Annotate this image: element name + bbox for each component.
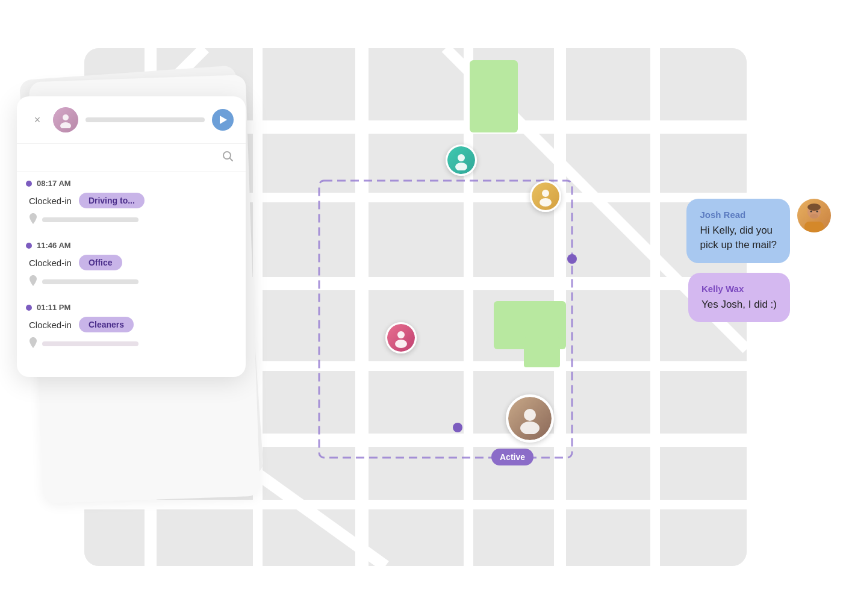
- user-avatar: [53, 107, 78, 132]
- clock-row-1: Clocked-in Driving to...: [29, 193, 234, 208]
- pin-icon-1: [29, 213, 37, 226]
- timeline-entry-1: 08:17 AM Clocked-in Driving to...: [29, 179, 234, 226]
- svg-point-20: [453, 423, 462, 432]
- clock-row-2: Clocked-in Office: [29, 255, 234, 270]
- time-label-2: 11:46 AM: [29, 241, 234, 250]
- active-badge: Active: [491, 449, 533, 465]
- bubble-josh: Josh Read Hi Kelly, did you pick up the …: [686, 199, 790, 263]
- timeline-entry-2: 11:46 AM Clocked-in Office: [29, 241, 234, 288]
- svg-point-21: [458, 154, 465, 161]
- svg-rect-5: [84, 500, 747, 509]
- map-avatar-3: [385, 322, 417, 353]
- map-avatar-2: [530, 181, 561, 212]
- chip-1: Driving to...: [79, 193, 145, 208]
- pin-icon-3: [29, 337, 37, 350]
- location-bar-2: [42, 279, 138, 284]
- svg-rect-15: [470, 60, 518, 132]
- svg-point-30: [60, 122, 71, 128]
- svg-point-25: [397, 331, 405, 338]
- location-bar-row-3: [29, 337, 234, 350]
- time-label-3: 01:11 PM: [29, 303, 234, 312]
- clock-row-3: Clocked-in Cleaners: [29, 317, 234, 332]
- chat-avatar-josh: [797, 199, 831, 232]
- time-dot-1: [26, 181, 32, 187]
- chat-row-kelly: Kelly Wax Yes Josh, I did :): [688, 273, 790, 323]
- svg-point-28: [520, 422, 540, 434]
- timeline: 08:17 AM Clocked-in Driving to... 11:46 …: [17, 172, 246, 377]
- map-avatar-1: [446, 145, 477, 176]
- chat-row-josh: Josh Read Hi Kelly, did you pick up the …: [686, 199, 831, 263]
- svg-point-38: [810, 214, 818, 219]
- play-icon: [220, 116, 227, 124]
- pin-icon-2: [29, 275, 37, 288]
- svg-point-22: [455, 163, 467, 170]
- timeline-entry-3: 01:11 PM Clocked-in Cleaners: [29, 303, 234, 350]
- location-bar-row-1: [29, 213, 234, 226]
- search-row: [17, 144, 246, 172]
- user-name-bar: [86, 117, 205, 122]
- location-bar-row-2: [29, 275, 234, 288]
- svg-point-34: [807, 204, 821, 211]
- svg-point-24: [540, 198, 552, 207]
- svg-point-23: [542, 190, 549, 197]
- location-bar-3: [42, 341, 138, 346]
- svg-point-29: [63, 114, 69, 120]
- location-bar-1: [42, 217, 138, 222]
- time-label-1: 08:17 AM: [29, 179, 234, 188]
- bubble-sender-josh: Josh Read: [700, 210, 777, 220]
- svg-rect-11: [650, 48, 660, 566]
- time-dot-2: [26, 243, 32, 249]
- svg-point-37: [817, 211, 818, 213]
- activity-panel: × 08:17 AM Clocked-in: [17, 96, 246, 377]
- svg-rect-35: [804, 222, 824, 232]
- svg-point-27: [524, 409, 536, 421]
- svg-point-26: [395, 340, 407, 348]
- bubble-text-josh: Hi Kelly, did you pick up the mail?: [700, 223, 777, 252]
- svg-point-19: [567, 254, 577, 264]
- chip-2: Office: [79, 255, 122, 270]
- panel-header: ×: [17, 96, 246, 144]
- chip-3: Cleaners: [79, 317, 134, 332]
- bubble-text-kelly: Yes Josh, I did :): [701, 297, 777, 312]
- chat-container: Josh Read Hi Kelly, did you pick up the …: [686, 199, 831, 322]
- bubble-sender-kelly: Kelly Wax: [701, 284, 777, 294]
- svg-rect-17: [524, 337, 560, 367]
- search-icon[interactable]: [222, 150, 234, 165]
- time-dot-3: [26, 305, 32, 311]
- bubble-kelly: Kelly Wax Yes Josh, I did :): [688, 273, 790, 323]
- svg-line-32: [230, 158, 233, 161]
- svg-point-36: [810, 211, 812, 213]
- play-button[interactable]: [212, 109, 234, 131]
- svg-rect-8: [355, 48, 369, 566]
- close-button[interactable]: ×: [29, 111, 46, 128]
- map-avatar-kelly: [506, 394, 554, 443]
